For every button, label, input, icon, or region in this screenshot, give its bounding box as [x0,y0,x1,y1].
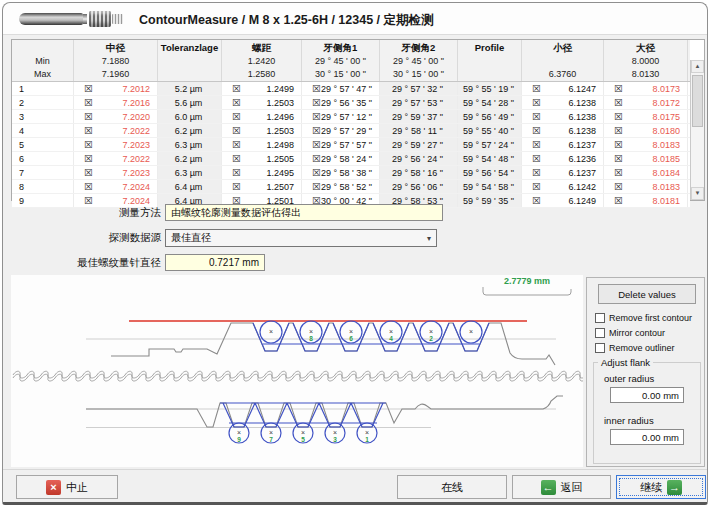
cell-value: 29 ° 57 ' 53 " [380,98,457,108]
checked-icon[interactable]: ☒ [84,154,93,164]
cell-value: 59 ° 54 ' 58 " [458,182,521,192]
checked-icon[interactable]: ☒ [84,182,93,192]
contour-measure-window: ContourMeasure / M 8 x 1.25-6H / 12345 /… [2,2,708,505]
table-scrollbar[interactable]: ▲ ▼ [690,60,704,200]
panel-checkbox[interactable]: Remove first contour [595,310,703,325]
checked-icon[interactable]: ☒ [84,140,93,150]
outer-radius-input[interactable]: 0.00 mm [610,387,684,403]
checked-icon[interactable]: ☒ [84,168,93,178]
checked-icon[interactable]: ☒ [532,98,541,108]
abort-label: 中止 [66,480,88,495]
checked-icon[interactable]: ☒ [312,154,321,164]
checked-icon[interactable]: ☒ [232,126,241,136]
measure-method-field[interactable]: 由螺纹轮廓测量数据评估得出 [165,204,443,221]
cell-n: 8 [12,180,74,193]
checked-icon[interactable]: ☒ [532,112,541,122]
checkbox-label: Remove first contour [609,313,692,323]
cell-pitch: ☒1.2499 [222,82,302,95]
cell-value: 1.2503 [241,98,301,108]
checkbox-box[interactable] [595,328,605,338]
continue-button[interactable]: 继续 → [616,475,706,499]
checked-icon[interactable]: ☒ [532,196,541,206]
scroll-down-icon[interactable]: ▼ [691,187,704,200]
cell-n: 1 [12,82,74,95]
checked-icon[interactable]: ☒ [614,168,623,178]
checked-icon[interactable]: ☒ [84,98,93,108]
column-header-fa1: 牙侧角129 ° 45 ' 00 "30 ° 15 ' 00 " [302,40,380,81]
checked-icon[interactable]: ☒ [614,182,623,192]
cell-value: 7.2022 [93,126,157,136]
measurement-table: MinMax中径7.18807.1960Toleranzlage螺距1.2420… [11,39,705,201]
cell-value: 1.2507 [241,182,301,192]
wire-diameter-row: 最佳螺纹量针直径 0.7217 mm [3,254,265,271]
continue-arrow-icon: → [667,480,682,495]
checked-icon[interactable]: ☒ [84,112,93,122]
probe-source-select[interactable]: 最佳直径 ▾ [165,229,437,247]
checked-icon[interactable]: ☒ [532,126,541,136]
checked-icon[interactable]: ☒ [312,182,321,192]
checked-icon[interactable]: ☒ [232,182,241,192]
inner-radius-input[interactable]: 0.00 mm [610,429,684,445]
cell-value: 8.0181 [623,196,687,206]
cell-minor: ☒6.1237 [522,138,604,151]
checked-icon[interactable]: ☒ [532,182,541,192]
column-min [458,55,521,68]
column-max: 7.1960 [74,68,157,81]
checked-icon[interactable]: ☒ [614,196,623,206]
cell-value: 7.2020 [93,112,157,122]
column-max: 30 ° 15 ' 00 " [302,68,379,81]
cell-minor: ☒6.1249 [522,194,604,207]
column-label: Profile [458,41,521,55]
delete-values-button[interactable]: Delete values [598,284,696,304]
checkbox-box[interactable] [595,313,605,323]
cell-pitch: ☒1.2503 [222,124,302,137]
checked-icon[interactable]: ☒ [232,168,241,178]
column-min: 8.0000 [604,55,687,68]
checked-icon[interactable]: ☒ [614,112,623,122]
checked-icon[interactable]: ☒ [232,84,241,94]
checked-icon[interactable]: ☒ [312,140,321,150]
back-button[interactable]: ← 返回 [512,475,611,499]
checked-icon[interactable]: ☒ [614,126,623,136]
panel-checkbox[interactable]: Mirror contour [595,325,703,340]
wire-diameter-field[interactable]: 0.7217 mm [165,254,265,271]
cell-value: 29 ° 59 ' 27 " [380,140,457,150]
checked-icon[interactable]: ☒ [614,154,623,164]
cell-value: 1.2495 [241,168,301,178]
online-button[interactable]: 在线 [397,475,507,499]
checked-icon[interactable]: ☒ [232,112,241,122]
scroll-up-icon[interactable]: ▲ [691,60,704,73]
checked-icon[interactable]: ☒ [232,98,241,108]
checked-icon[interactable]: ☒ [312,84,321,94]
checked-icon[interactable]: ☒ [614,140,623,150]
cell-tol: 6.3 µm [158,138,222,151]
checked-icon[interactable]: ☒ [84,84,93,94]
column-min: 1.2420 [222,55,301,68]
checked-icon[interactable]: ☒ [532,168,541,178]
panel-checkbox[interactable]: Remove outliner [595,340,703,355]
checked-icon[interactable]: ☒ [84,126,93,136]
flank-number-label: 4 [389,335,393,342]
checked-icon[interactable]: ☒ [232,140,241,150]
checked-icon[interactable]: ☒ [614,84,623,94]
checked-icon[interactable]: ☒ [532,154,541,164]
lower-contour-path [86,396,563,427]
column-label [12,41,73,55]
wire-diameter-label: 最佳螺纹量针直径 [3,256,165,270]
column-header-tol: Toleranzlage [158,40,222,81]
checked-icon[interactable]: ☒ [312,168,321,178]
abort-button[interactable]: × 中止 [16,475,118,499]
checked-icon[interactable]: ☒ [312,126,321,136]
checked-icon[interactable]: ☒ [232,154,241,164]
cell-fa2: 29 ° 57 ' 53 " [380,96,458,109]
checked-icon[interactable]: ☒ [312,112,321,122]
checked-icon[interactable]: ☒ [312,98,321,108]
checked-icon[interactable]: ☒ [614,98,623,108]
checked-icon[interactable]: ☒ [532,140,541,150]
panel-checkbox-list: Remove first contourMirror contourRemove… [595,310,703,355]
checkbox-box[interactable] [595,343,605,353]
table-row: 7☒7.20236.3 µm☒1.2495☒29 ° 58 ' 38 "29 °… [12,166,690,180]
cell-value: 6.1242 [541,182,603,192]
scrollbar-thumb[interactable] [692,75,703,127]
checked-icon[interactable]: ☒ [532,84,541,94]
